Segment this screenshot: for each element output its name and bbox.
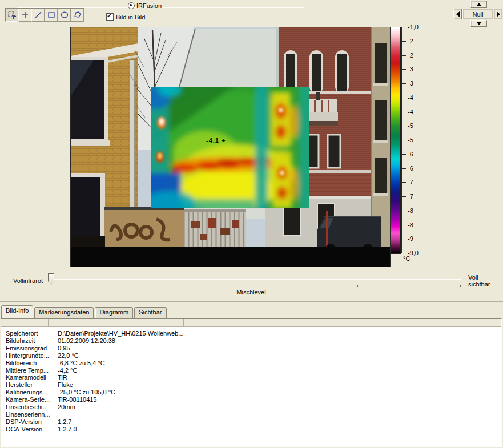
info-label: Speicherort — [1, 330, 55, 337]
tab-sichtbar[interactable]: Sichtbar — [134, 307, 166, 318]
colorbar-tick — [402, 69, 406, 70]
colorbar-tick — [402, 196, 406, 197]
slider-tick — [255, 285, 255, 287]
colorbar-tick-label: -6 — [408, 165, 413, 172]
mix-slider-track[interactable] — [49, 279, 461, 279]
info-value: Fluke — [55, 381, 73, 389]
info-value: 22,0 °C — [55, 352, 79, 360]
colorbar-tick — [402, 225, 406, 225]
info-header-cell — [1, 319, 49, 326]
bild-in-bild-checkbox[interactable]: ✓ — [106, 13, 114, 21]
info-value: 1.2.7 — [55, 418, 71, 426]
info-column-divider — [49, 326, 49, 447]
temperature-colorbar — [391, 27, 401, 254]
colorbar-tick — [402, 140, 406, 140]
tab-bar: Bild-InfoMarkierungsdatenDiagrammSichtba… — [1, 306, 168, 318]
irfusion-radio[interactable] — [128, 2, 135, 9]
select-tool-button[interactable] — [5, 9, 18, 22]
colorbar-tick-label: -6 — [408, 151, 413, 158]
info-row: Bilduhrzeit01.02.2009 12:20:38 — [1, 337, 501, 345]
tab-markierungsdaten[interactable]: Markierungsdaten — [34, 307, 94, 318]
nudge-down-button[interactable] — [470, 20, 487, 27]
polygon-icon — [73, 10, 82, 21]
arrow-down-icon — [476, 22, 482, 25]
colorbar-tick-label: -9,0 — [408, 249, 419, 256]
info-label: OCA-Version — [1, 426, 55, 433]
colorbar-tick-label: -4 — [408, 94, 413, 101]
info-row: SpeicherortD:\Daten\Projekte\HV_HH\0215 … — [1, 330, 501, 337]
colorbar-tick — [402, 27, 406, 27]
info-value: 1.2.7.0 — [55, 426, 77, 433]
info-label: Kamera-Serie... — [1, 396, 55, 403]
colorbar-tick — [402, 112, 406, 112]
slider-tick — [152, 285, 152, 287]
colorbar-tick-label: -4 — [408, 108, 413, 115]
point-tool-button[interactable] — [18, 9, 31, 22]
info-value: 0,95 — [55, 345, 70, 352]
info-row: Kalibrierungs...-25,0 °C zu 105,0 °C — [1, 389, 501, 396]
nudge-left-button[interactable] — [453, 9, 462, 19]
info-value: D:\Daten\Projekte\HV_HH\0215 Wollenweb..… — [55, 330, 184, 337]
info-value: TiR — [55, 374, 67, 381]
thermal-overlay — [141, 80, 313, 214]
irfusion-app-window: IRFusion ✓ Bild in Bild Null — [0, 0, 503, 448]
nudge-up-button[interactable] — [470, 1, 487, 8]
colorbar-tick — [402, 253, 406, 253]
polygon-tool-button[interactable] — [71, 9, 84, 22]
info-list: SpeicherortD:\Daten\Projekte\HV_HH\0215 … — [1, 327, 501, 433]
select-icon — [7, 10, 17, 21]
colorbar-tick — [402, 182, 406, 183]
line-tool-button[interactable] — [31, 9, 45, 22]
colorbar-tick — [402, 98, 406, 98]
red-building-windows — [284, 50, 349, 94]
info-row: Kamera-Serie...TiR-08110415 — [1, 396, 501, 403]
slider-tick — [460, 285, 461, 287]
colorbar-tick — [402, 239, 406, 239]
colorbar-tick-label: -7 — [408, 193, 413, 200]
colorbar-tick — [402, 154, 406, 155]
rectangle-tool-button[interactable] — [45, 9, 58, 22]
info-value: -25,0 °C zu 105,0 °C — [55, 389, 115, 396]
info-row: Hintergrundte...22,0 °C — [1, 352, 501, 360]
info-row: OCA-Version1.2.7.0 — [1, 426, 501, 433]
info-column-divider — [184, 326, 184, 447]
ellipse-tool-button[interactable] — [58, 9, 71, 22]
mix-slider-thumb[interactable] — [48, 273, 54, 285]
colorbar-tick-label: -5 — [408, 122, 413, 129]
info-row: KameramodellTiR — [1, 374, 501, 381]
arrow-right-icon — [497, 11, 500, 17]
colorbar-tick-label: -9 — [408, 235, 413, 242]
full-visible-label-line2: sichtbar — [468, 281, 490, 288]
bild-in-bild-checkbox-label: Bild in Bild — [116, 14, 145, 21]
tab-diagramm[interactable]: Diagramm — [95, 307, 133, 318]
colorbar-tick-label: -5 — [408, 136, 413, 143]
info-panel: SpeicherortD:\Daten\Projekte\HV_HH\0215 … — [1, 318, 502, 447]
irfusion-radio-label: IRFusion — [136, 2, 162, 9]
temp-marker-label: -4.1 + — [206, 137, 226, 144]
info-label: Linsenbeschr... — [1, 403, 55, 411]
info-row: Linsenserienn...- — [1, 411, 501, 418]
info-label: Mittlere Temp... — [1, 367, 55, 374]
info-value: 20mm — [55, 403, 75, 411]
section-divider — [0, 301, 503, 302]
colorbar-tick-label: -3 — [408, 66, 413, 72]
info-row: DSP-Version1.2.7 — [1, 418, 501, 426]
null-button[interactable]: Null — [462, 9, 493, 19]
info-label: Kameramodell — [1, 374, 55, 381]
arrow-up-icon — [476, 3, 482, 6]
image-viewport[interactable]: -4.1 + — [70, 27, 391, 267]
nudge-right-button[interactable] — [494, 9, 502, 19]
info-header-cell — [184, 319, 501, 326]
colorbar-tick — [402, 41, 406, 42]
colorbar-tick-label: -8 — [408, 207, 413, 214]
colorbar-tick-label: -7 — [408, 179, 413, 185]
marker-toolbar — [5, 8, 84, 22]
info-label: Hersteller — [1, 381, 55, 389]
colorbar-tick-label: -8 — [408, 221, 413, 228]
arrow-left-icon — [456, 11, 460, 17]
tab-bild-info[interactable]: Bild-Info — [1, 305, 33, 318]
slider-tick — [357, 285, 358, 287]
van — [317, 211, 381, 249]
info-header-row — [1, 319, 501, 327]
info-value: - — [55, 411, 60, 418]
